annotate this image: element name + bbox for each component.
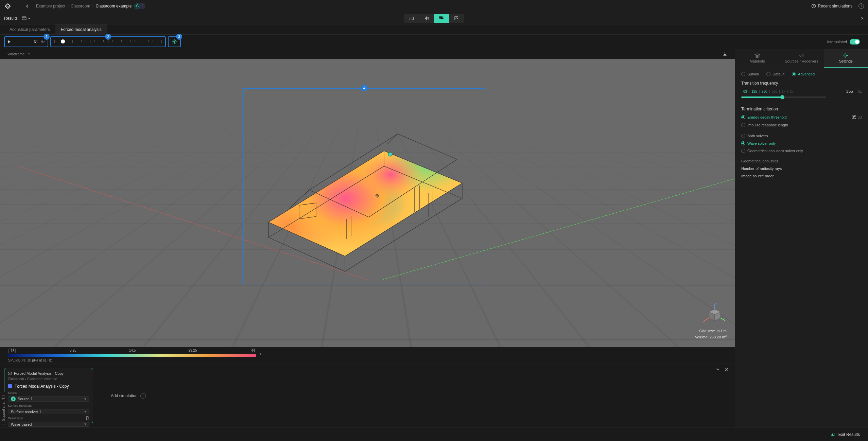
radio-impulse-length[interactable]: Impulse response length xyxy=(741,123,788,127)
source-select[interactable]: 1 Source 1 ▾ xyxy=(8,396,89,402)
tf-slider[interactable] xyxy=(741,96,826,98)
radio-wave-solver[interactable]: Wave solver only xyxy=(741,141,776,145)
close-icon[interactable] xyxy=(725,367,729,424)
radio-ga-solver[interactable]: Geometrical acoustics solver only xyxy=(741,149,803,153)
tool-reflections-icon[interactable] xyxy=(449,14,464,23)
tf-band-labels: 63 125 250 500 1k 2k xyxy=(741,90,795,93)
svg-point-9 xyxy=(174,41,175,42)
delete-sim-icon[interactable] xyxy=(85,416,89,420)
support-chat-tab[interactable]: Support chat xyxy=(0,392,6,425)
status-badge-i: i xyxy=(139,3,145,9)
breadcrumb-model[interactable]: Classroom xyxy=(71,4,90,8)
term-value: 35 xyxy=(852,115,856,120)
annotation-badge-2: 2 xyxy=(105,34,111,40)
radio-energy-decay[interactable]: Energy decay threshold xyxy=(741,115,787,119)
svg-rect-17 xyxy=(251,110,476,280)
recent-simulations-button[interactable]: Recent simulations xyxy=(811,4,852,8)
sim-card-menu-icon[interactable]: ⋮ xyxy=(85,371,89,375)
svg-line-41 xyxy=(704,318,709,321)
radio-advanced[interactable]: Advanced xyxy=(792,72,815,76)
svg-point-34 xyxy=(388,152,392,156)
breadcrumb-current: Classroom example xyxy=(96,4,132,8)
frequency-value: 61 xyxy=(34,40,38,44)
svg-point-47 xyxy=(800,55,801,56)
plus-icon: + xyxy=(140,393,146,399)
viewport-mode-dropdown[interactable] xyxy=(28,52,31,55)
breadcrumb-project[interactable]: Example project xyxy=(36,4,65,8)
radio-both-solvers[interactable]: Both solvers xyxy=(741,134,768,138)
rp-tab-materials[interactable]: Materials xyxy=(735,49,779,68)
results-dropdown[interactable] xyxy=(22,16,31,20)
orientation-gizmo[interactable]: Z X Y xyxy=(703,303,727,327)
frequency-slider[interactable] xyxy=(54,41,162,42)
colorbar-menu-icon[interactable]: ⋮ xyxy=(259,353,262,356)
transition-freq-label: Transition frequency xyxy=(741,81,862,86)
svg-marker-46 xyxy=(755,54,760,56)
receivers-select[interactable]: Surface receiver 1 ▾ xyxy=(8,409,89,414)
sim-name: Forced Modal Analysis - Copy xyxy=(15,384,69,389)
frequency-unit: Hz xyxy=(41,40,45,44)
rp-tab-settings[interactable]: Settings xyxy=(824,49,868,68)
3d-viewport[interactable]: 4 xyxy=(0,59,735,347)
back-button[interactable] xyxy=(25,4,29,8)
settings-icon xyxy=(843,53,848,58)
expand-chevron-icon[interactable] xyxy=(861,16,864,21)
svg-rect-49 xyxy=(2,396,5,399)
ga-heading: Geometrical acoustics xyxy=(741,159,862,163)
tab-acoustical-parameters[interactable]: Acoustical parameters xyxy=(4,24,55,34)
svg-text:Z: Z xyxy=(715,303,717,306)
sim-card-title: Forced Modal Analysis - Copy xyxy=(14,371,64,375)
tab-forced-modal-analysis[interactable]: Forced modal analysis xyxy=(55,24,107,34)
source-burst-icon xyxy=(172,39,177,45)
colorbar-ticks: -15 -0.25 14.5 29.25 44 xyxy=(8,349,256,353)
result-type-select[interactable]: Wave-based ▾ xyxy=(8,422,89,427)
viewport-mode-label: Wireframe xyxy=(7,52,25,56)
add-simulation-button[interactable]: Add simulation + xyxy=(111,393,146,399)
source-field-label: Source xyxy=(8,391,89,394)
interpolated-label: Interpolated xyxy=(827,40,847,44)
colorbar-label: SPL [dB] re. 20 µPa at 61 Hz xyxy=(8,358,727,362)
materials-icon xyxy=(754,53,760,58)
result-type-field-label: Result type xyxy=(8,417,89,420)
ga-image-source-order[interactable]: Image source order xyxy=(741,174,862,178)
frequency-slider-container: 2 xyxy=(50,36,166,47)
sources-icon xyxy=(799,53,804,58)
svg-rect-3 xyxy=(439,17,440,18)
app-logo xyxy=(4,2,12,10)
annotation-badge-3: 3 xyxy=(176,34,182,40)
annotation-badge-4: 4 xyxy=(361,85,368,91)
exit-results-button[interactable]: Exit Results xyxy=(831,432,860,437)
simulation-card: Forced Modal Analysis - Copy ⋮ Classroom… xyxy=(4,368,93,423)
collapse-icon[interactable] xyxy=(716,367,720,424)
tool-parameters-icon[interactable] xyxy=(404,14,419,23)
play-button[interactable] xyxy=(7,40,11,44)
svg-text:X: X xyxy=(703,320,705,323)
tool-heatmap-icon[interactable] xyxy=(434,14,449,23)
term-unit: dB xyxy=(858,116,862,119)
termination-label: Termination criterion xyxy=(741,107,862,111)
info-icon[interactable]: i xyxy=(858,3,864,9)
ga-radiosity-rays[interactable]: Number of radiosity rays xyxy=(741,166,862,171)
room-model xyxy=(251,110,476,280)
svg-rect-6 xyxy=(439,18,440,19)
source-indicator[interactable]: 3 xyxy=(168,36,181,47)
radio-default[interactable]: Default xyxy=(766,72,784,76)
colorbar-gradient xyxy=(8,354,256,357)
tool-auralisation-icon[interactable] xyxy=(419,14,434,23)
svg-rect-5 xyxy=(442,17,443,18)
svg-marker-45 xyxy=(8,372,12,373)
svg-text:Y: Y xyxy=(724,317,726,320)
svg-rect-4 xyxy=(441,17,442,18)
radio-survey[interactable]: Survey xyxy=(741,72,759,76)
download-icon[interactable] xyxy=(723,52,727,56)
sim-card-subtitle: Classroom › Classroom example xyxy=(8,377,89,381)
interpolated-toggle[interactable] xyxy=(850,39,860,45)
rp-tab-sources[interactable]: Sources / Receivers xyxy=(779,49,823,68)
sim-color-swatch xyxy=(8,384,12,388)
svg-rect-8 xyxy=(442,18,443,19)
svg-rect-7 xyxy=(441,18,442,19)
viewport-info: Grid size: 1×1 m Volume: 269.28 m3 xyxy=(695,328,727,340)
frequency-slider-thumb[interactable] xyxy=(61,39,65,43)
exit-icon xyxy=(831,432,836,437)
annotation-badge-1: 1 xyxy=(44,34,50,40)
